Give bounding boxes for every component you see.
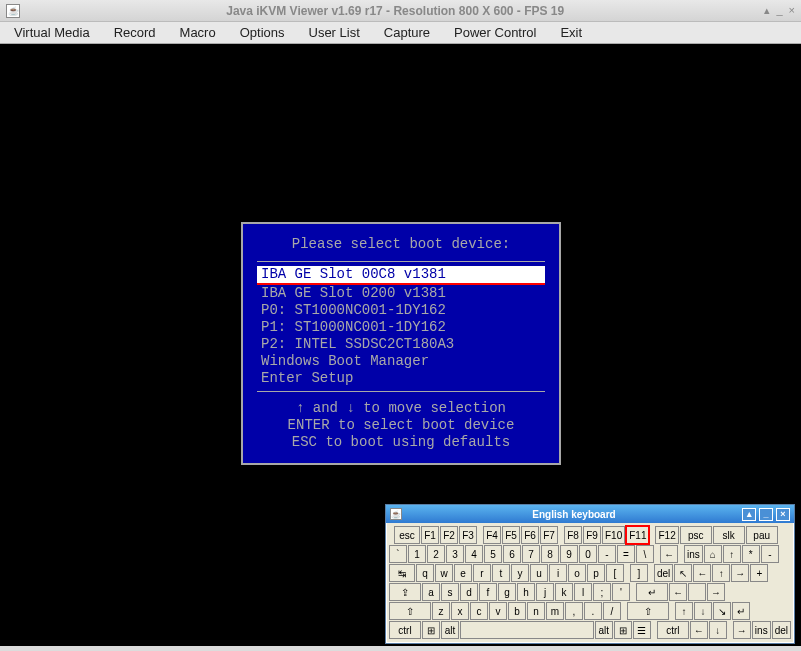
vkb-titlebar[interactable]: ☕ English keyboard ▴ _ × xyxy=(386,505,794,523)
vkb-key-p[interactable]: p xyxy=(587,564,605,582)
boot-item[interactable]: IBA GE Slot 00C8 v1381 xyxy=(257,266,545,285)
vkb-key-k[interactable]: k xyxy=(555,583,573,601)
vkb-key-1[interactable]: 1 xyxy=(408,545,426,563)
vkb-key-[interactable]: ↵ xyxy=(732,602,750,620)
vkb-key-[interactable]: ] xyxy=(630,564,648,582)
vkb-key-[interactable]: ↑ xyxy=(723,545,741,563)
vkb-key-l[interactable]: l xyxy=(574,583,592,601)
vkb-key-u[interactable]: u xyxy=(530,564,548,582)
vkb-key-s[interactable]: s xyxy=(441,583,459,601)
vkb-key-z[interactable]: z xyxy=(432,602,450,620)
vkb-key-j[interactable]: j xyxy=(536,583,554,601)
boot-item[interactable]: P0: ST1000NC001-1DY162 xyxy=(257,302,545,319)
vkb-key-f6[interactable]: F6 xyxy=(521,526,539,544)
vkb-key-[interactable]: ⊞ xyxy=(614,621,632,639)
vkb-key-[interactable]: [ xyxy=(606,564,624,582)
vkb-key-[interactable]: → xyxy=(707,583,725,601)
menu-options[interactable]: Options xyxy=(228,22,297,43)
vkb-key-8[interactable]: 8 xyxy=(541,545,559,563)
vkb-key-ins[interactable]: ins xyxy=(684,545,703,563)
menu-power-control[interactable]: Power Control xyxy=(442,22,548,43)
vkb-key-[interactable]: ↓ xyxy=(694,602,712,620)
vkb-key-e[interactable]: e xyxy=(454,564,472,582)
maximize-button[interactable]: _ xyxy=(776,4,782,17)
vkb-key-[interactable]: ↓ xyxy=(709,621,727,639)
menu-macro[interactable]: Macro xyxy=(168,22,228,43)
vkb-key-ins[interactable]: ins xyxy=(752,621,771,639)
vkb-key-m[interactable]: m xyxy=(546,602,564,620)
vkb-key-space[interactable] xyxy=(460,621,594,639)
vkb-key-[interactable]: ↑ xyxy=(675,602,693,620)
vkb-key-x[interactable]: x xyxy=(451,602,469,620)
vkb-key-n[interactable]: n xyxy=(527,602,545,620)
vkb-key-f3[interactable]: F3 xyxy=(459,526,477,544)
vkb-key-g[interactable]: g xyxy=(498,583,516,601)
close-button[interactable]: × xyxy=(789,4,795,17)
vkb-key-[interactable]: ⇧ xyxy=(389,602,431,620)
vkb-key-[interactable]: ↖ xyxy=(674,564,692,582)
vkb-key-f9[interactable]: F9 xyxy=(583,526,601,544)
vkb-key-[interactable]: ☰ xyxy=(633,621,651,639)
menu-capture[interactable]: Capture xyxy=(372,22,442,43)
vkb-key-[interactable]: = xyxy=(617,545,635,563)
menu-record[interactable]: Record xyxy=(102,22,168,43)
vkb-key-esc[interactable]: esc xyxy=(394,526,420,544)
remote-screen[interactable]: Please select boot device: IBA GE Slot 0… xyxy=(0,44,801,646)
vkb-key-[interactable]: - xyxy=(598,545,616,563)
menu-exit[interactable]: Exit xyxy=(548,22,594,43)
vkb-key-[interactable]: ⇪ xyxy=(389,583,421,601)
vkb-key-[interactable]: ← xyxy=(690,621,708,639)
vkb-key-[interactable]: ↹ xyxy=(389,564,415,582)
menu-virtual-media[interactable]: Virtual Media xyxy=(2,22,102,43)
boot-item[interactable]: Enter Setup xyxy=(257,370,545,387)
vkb-close-button[interactable]: × xyxy=(776,508,790,521)
vkb-key-del[interactable]: del xyxy=(772,621,791,639)
vkb-key-space[interactable] xyxy=(688,583,706,601)
vkb-key-[interactable]: ⇧ xyxy=(627,602,669,620)
vkb-key-7[interactable]: 7 xyxy=(522,545,540,563)
vkb-key-f2[interactable]: F2 xyxy=(440,526,458,544)
vkb-key-[interactable]: ← xyxy=(669,583,687,601)
vkb-key-c[interactable]: c xyxy=(470,602,488,620)
boot-item[interactable]: P1: ST1000NC001-1DY162 xyxy=(257,319,545,336)
vkb-key-[interactable]: ← xyxy=(693,564,711,582)
vkb-key-[interactable]: ⌂ xyxy=(704,545,722,563)
vkb-key-9[interactable]: 9 xyxy=(560,545,578,563)
vkb-minimize-button[interactable]: _ xyxy=(759,508,773,521)
vkb-key-alt[interactable]: alt xyxy=(441,621,459,639)
vkb-key-f11[interactable]: F11 xyxy=(626,526,649,544)
vkb-key-[interactable]: ↵ xyxy=(636,583,668,601)
vkb-key-r[interactable]: r xyxy=(473,564,491,582)
vkb-key-f1[interactable]: F1 xyxy=(421,526,439,544)
vkb-key-[interactable]: ⊞ xyxy=(422,621,440,639)
vkb-key-alt[interactable]: alt xyxy=(595,621,613,639)
vkb-key-f7[interactable]: F7 xyxy=(540,526,558,544)
vkb-key-psc[interactable]: psc xyxy=(680,526,712,544)
menu-user-list[interactable]: User List xyxy=(297,22,372,43)
vkb-key-t[interactable]: t xyxy=(492,564,510,582)
vkb-key-h[interactable]: h xyxy=(517,583,535,601)
vkb-key-f[interactable]: f xyxy=(479,583,497,601)
vkb-key-[interactable]: + xyxy=(750,564,768,582)
vkb-key-f4[interactable]: F4 xyxy=(483,526,501,544)
vkb-key-0[interactable]: 0 xyxy=(579,545,597,563)
vkb-key-y[interactable]: y xyxy=(511,564,529,582)
vkb-key-[interactable]: \ xyxy=(636,545,654,563)
vkb-key-ctrl[interactable]: ctrl xyxy=(389,621,421,639)
vkb-key-[interactable]: , xyxy=(565,602,583,620)
vkb-key-4[interactable]: 4 xyxy=(465,545,483,563)
vkb-key-f12[interactable]: F12 xyxy=(655,526,678,544)
boot-item[interactable]: IBA GE Slot 0200 v1381 xyxy=(257,285,545,302)
vkb-key-[interactable]: → xyxy=(731,564,749,582)
vkb-key-3[interactable]: 3 xyxy=(446,545,464,563)
vkb-key-[interactable]: ` xyxy=(389,545,407,563)
vkb-pin-button[interactable]: ▴ xyxy=(742,508,756,521)
vkb-key-[interactable]: → xyxy=(733,621,751,639)
vkb-key-f8[interactable]: F8 xyxy=(564,526,582,544)
boot-item[interactable]: P2: INTEL SSDSC2CT180A3 xyxy=(257,336,545,353)
vkb-key-d[interactable]: d xyxy=(460,583,478,601)
vkb-key-[interactable]: ← xyxy=(660,545,678,563)
vkb-key-slk[interactable]: slk xyxy=(713,526,745,544)
vkb-key-2[interactable]: 2 xyxy=(427,545,445,563)
vkb-key-b[interactable]: b xyxy=(508,602,526,620)
